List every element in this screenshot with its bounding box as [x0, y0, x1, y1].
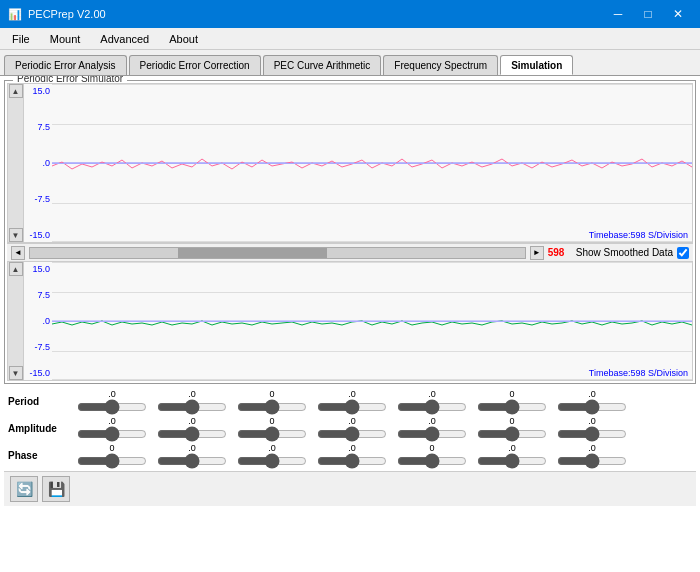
phase-slider-input-2[interactable]	[237, 455, 307, 467]
chart1-scroll-up[interactable]: ▲	[9, 84, 23, 98]
chart2-scroll-arrows: ▲ ▼	[8, 262, 24, 380]
phase-slider-5: .0	[473, 443, 551, 467]
app-title: PECPrep V2.00	[28, 8, 106, 20]
period-slider-4: .0	[393, 389, 471, 413]
amplitude-slider-input-5[interactable]	[477, 428, 547, 440]
amplitude-slider-1: .0	[153, 416, 231, 440]
period-slider-input-0[interactable]	[77, 401, 147, 413]
phase-slider-input-5[interactable]	[477, 455, 547, 467]
menu-bar: File Mount Advanced About	[0, 28, 700, 50]
chart2-timebase: Timebase:598 S/Division	[589, 368, 688, 378]
close-button[interactable]: ✕	[664, 0, 692, 28]
phase-slider-input-4[interactable]	[397, 455, 467, 467]
scroll-right-button[interactable]: ►	[530, 246, 544, 260]
tab-pec-curve-arithmetic[interactable]: PEC Curve Arithmetic	[263, 55, 382, 75]
main-content: Periodic Error Simulator ▲ ▼ 15.0 7.5 .0…	[0, 76, 700, 572]
chart1-y-axis: 15.0 7.5 .0 -7.5 -15.0	[24, 84, 52, 242]
refresh-icon: 🔄	[16, 481, 33, 497]
phase-row: Phase 0 .0 .0 .0 0	[8, 442, 692, 468]
chart1: ▲ ▼ 15.0 7.5 .0 -7.5 -15.0	[7, 83, 693, 243]
menu-about[interactable]: About	[161, 31, 206, 47]
menu-mount[interactable]: Mount	[42, 31, 89, 47]
bottom-bar: 🔄 💾	[4, 471, 696, 506]
chart1-plot-area: Timebase:598 S/Division	[52, 84, 692, 242]
title-bar: 📊 PECPrep V2.00 ─ □ ✕	[0, 0, 700, 28]
tab-frequency-spectrum[interactable]: Frequency Spectrum	[383, 55, 498, 75]
show-smooth-checkbox[interactable]	[677, 247, 689, 259]
h-scrollbar[interactable]	[29, 247, 526, 259]
phase-slider-4: 0	[393, 443, 471, 467]
period-row: Period .0 .0 0 .0	[8, 388, 692, 414]
period-slider-5: 0	[473, 389, 551, 413]
phase-inputs: 0 .0 .0 .0 0	[73, 443, 692, 467]
title-bar-left: 📊 PECPrep V2.00	[8, 8, 106, 21]
amplitude-slider-5: 0	[473, 416, 551, 440]
refresh-button[interactable]: 🔄	[10, 476, 38, 502]
scroll-left-button[interactable]: ◄	[11, 246, 25, 260]
period-slider-input-1[interactable]	[157, 401, 227, 413]
period-slider-input-2[interactable]	[237, 401, 307, 413]
phase-slider-input-3[interactable]	[317, 455, 387, 467]
chart2-scroll-up[interactable]: ▲	[9, 262, 23, 276]
chart2-y-axis: 15.0 7.5 .0 -7.5 -15.0	[24, 262, 52, 380]
phase-slider-2: .0	[233, 443, 311, 467]
chart2: ▲ ▼ 15.0 7.5 .0 -7.5 -15.0	[7, 261, 693, 381]
period-slider-1: .0	[153, 389, 231, 413]
period-slider-0: .0	[73, 389, 151, 413]
period-slider-2: 0	[233, 389, 311, 413]
amplitude-slider-4: .0	[393, 416, 471, 440]
chart1-timebase: Timebase:598 S/Division	[589, 230, 688, 240]
amplitude-slider-input-1[interactable]	[157, 428, 227, 440]
chart1-scroll-arrows: ▲ ▼	[8, 84, 24, 242]
phase-slider-input-0[interactable]	[77, 455, 147, 467]
save-button[interactable]: 💾	[42, 476, 70, 502]
simulator-group: Periodic Error Simulator ▲ ▼ 15.0 7.5 .0…	[4, 80, 696, 384]
chart1-scroll-down[interactable]: ▼	[9, 228, 23, 242]
period-slider-6: .0	[553, 389, 631, 413]
phase-slider-input-6[interactable]	[557, 455, 627, 467]
scroll-value: 598	[548, 247, 572, 258]
phase-slider-input-1[interactable]	[157, 455, 227, 467]
phase-slider-0: 0	[73, 443, 151, 467]
menu-file[interactable]: File	[4, 31, 38, 47]
period-slider-input-5[interactable]	[477, 401, 547, 413]
amplitude-row: Amplitude .0 .0 0 .0	[8, 415, 692, 441]
menu-advanced[interactable]: Advanced	[92, 31, 157, 47]
phase-label: Phase	[8, 450, 73, 461]
controls-area: Period .0 .0 0 .0	[4, 386, 696, 471]
phase-slider-6: .0	[553, 443, 631, 467]
chart2-scroll-down[interactable]: ▼	[9, 366, 23, 380]
period-inputs: .0 .0 0 .0 .0	[73, 389, 692, 413]
period-slider-input-4[interactable]	[397, 401, 467, 413]
phase-slider-1: .0	[153, 443, 231, 467]
period-slider-3: .0	[313, 389, 391, 413]
period-label: Period	[8, 396, 73, 407]
save-icon: 💾	[48, 481, 65, 497]
minimize-button[interactable]: ─	[604, 0, 632, 28]
h-scrollbar-thumb[interactable]	[178, 248, 326, 258]
app-icon: 📊	[8, 8, 22, 21]
phase-slider-3: .0	[313, 443, 391, 467]
amplitude-slider-2: 0	[233, 416, 311, 440]
amplitude-slider-0: .0	[73, 416, 151, 440]
tab-periodic-error-analysis[interactable]: Periodic Error Analysis	[4, 55, 127, 75]
amplitude-label: Amplitude	[8, 423, 73, 434]
tab-simulation[interactable]: Simulation	[500, 55, 573, 75]
title-bar-controls: ─ □ ✕	[604, 0, 692, 28]
h-scroll-area: ◄ ► 598 Show Smoothed Data	[7, 243, 693, 261]
amplitude-slider-input-0[interactable]	[77, 428, 147, 440]
tab-periodic-error-correction[interactable]: Periodic Error Correction	[129, 55, 261, 75]
amplitude-slider-3: .0	[313, 416, 391, 440]
amplitude-inputs: .0 .0 0 .0 .0	[73, 416, 692, 440]
maximize-button[interactable]: □	[634, 0, 662, 28]
amplitude-slider-input-3[interactable]	[317, 428, 387, 440]
amplitude-slider-input-4[interactable]	[397, 428, 467, 440]
show-smooth-label: Show Smoothed Data	[576, 247, 673, 258]
amplitude-slider-input-6[interactable]	[557, 428, 627, 440]
amplitude-slider-input-2[interactable]	[237, 428, 307, 440]
period-slider-input-6[interactable]	[557, 401, 627, 413]
amplitude-slider-6: .0	[553, 416, 631, 440]
period-slider-input-3[interactable]	[317, 401, 387, 413]
tab-bar: Periodic Error Analysis Periodic Error C…	[0, 50, 700, 76]
chart2-plot-area: Timebase:598 S/Division	[52, 262, 692, 380]
